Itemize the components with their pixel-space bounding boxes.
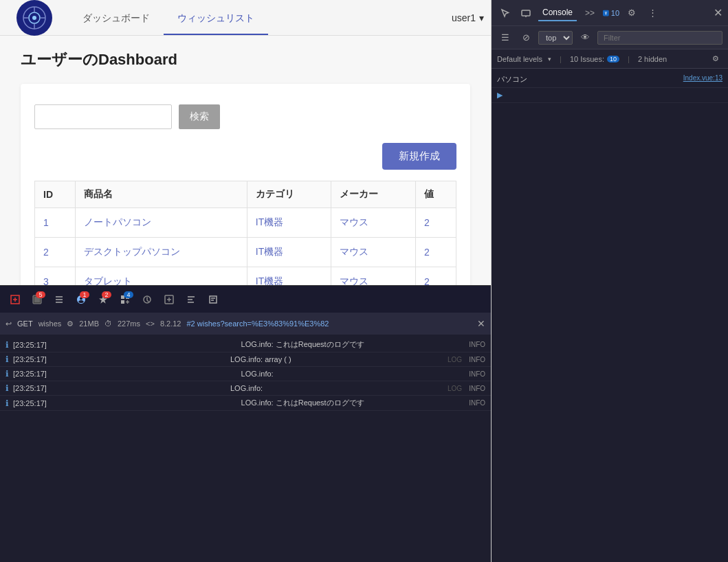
cell-name-0: ノートパソコン	[76, 208, 247, 238]
new-button-row: 新規作成	[34, 143, 456, 170]
req-time-icon: ⏱	[104, 319, 112, 328]
log-message-3: LOG.info:	[230, 384, 443, 392]
nav-bar: ダッシュボード ウィッシュリスト user1 ▾	[0, 0, 491, 36]
req-name: wishes	[38, 319, 62, 328]
issues-count-label: 10 Issues:	[570, 55, 604, 63]
devtools-close-button[interactable]: ✕	[714, 6, 723, 19]
clear-console-icon[interactable]: ⊘	[518, 30, 534, 46]
username-label: user1	[452, 12, 476, 23]
context-selector[interactable]: top	[538, 31, 573, 45]
toolbar-icon-4[interactable]: 2	[93, 290, 113, 309]
devtools-more-icon[interactable]: ⋮	[644, 5, 661, 21]
log-text-3: [23:25:17]	[13, 384, 226, 392]
cell-category-1: IT機器	[247, 238, 331, 267]
close-request-button[interactable]: ✕	[477, 318, 485, 329]
toolbar-icon-9[interactable]	[203, 290, 223, 309]
log-area: ℹ [23:25:17] LOG.info: これはRequestのログです I…	[0, 335, 491, 562]
cell-value-2: 2	[415, 267, 456, 286]
filter-input[interactable]	[597, 31, 723, 45]
tab-wishlist[interactable]: ウィッシュリスト	[164, 0, 268, 35]
default-levels-label: Default levels	[497, 55, 542, 63]
table-row[interactable]: 1ノートパソコンIT機器マウス2	[35, 208, 456, 238]
req-arrow-icon: ↩	[5, 319, 12, 328]
issues-tab[interactable]: 10	[603, 5, 619, 21]
cell-value-1: 2	[415, 238, 456, 267]
col-header-maker: メーカー	[331, 181, 416, 208]
table-row[interactable]: 2デスクトップパソコンIT機器マウス2	[35, 238, 456, 267]
browser-area: ダッシュボード ウィッシュリスト user1 ▾ ユーザーのDashboard …	[0, 0, 492, 562]
console-file-0[interactable]: Index.vue:13	[683, 74, 723, 82]
devtools-panel: Console >> 10 ⚙ ⋮ ✕ ☰ ⊘ top 👁 Default le…	[492, 0, 728, 562]
devtools-settings-icon[interactable]: ⚙	[624, 5, 640, 21]
table-scroll-wrapper: ID 商品名 カテゴリ メーカー 値 1ノートパソコンIT機器マウス22デスクト…	[34, 181, 456, 285]
search-input[interactable]	[34, 104, 172, 129]
toolbar-icon-6[interactable]	[137, 290, 157, 309]
log-text-4: [23:25:17]	[13, 399, 237, 407]
console-settings-icon[interactable]: ⚙	[709, 52, 723, 66]
info-icon-0: ℹ	[5, 340, 9, 350]
toolbar-badge-1: 5	[36, 291, 45, 298]
sidebar-toggle-icon[interactable]: ☰	[497, 30, 514, 46]
log-entry-1: ℹ [23:25:17] LOG.info: array ( ) LOG INF…	[0, 352, 491, 367]
log-message-0: LOG.info: これはRequestのログです	[241, 339, 465, 350]
devtools-header: Console >> 10 ⚙ ⋮ ✕	[492, 0, 728, 26]
device-emulation-icon[interactable]	[518, 5, 534, 21]
toolbar-badge-3: 1	[80, 291, 89, 298]
log-message-1: LOG.info: array ( )	[230, 355, 443, 363]
log-level-1: INFO	[469, 356, 485, 363]
console-arrow-icon[interactable]: ▶	[497, 91, 503, 100]
search-row: 検索	[34, 104, 456, 129]
toolbar-icon-7[interactable]	[159, 290, 179, 309]
log-message-2: LOG.info:	[241, 370, 465, 378]
tab-console[interactable]: Console	[538, 5, 577, 21]
log-extra-1: LOG	[448, 356, 462, 363]
info-icon-2: ℹ	[5, 369, 9, 379]
toolbar-icon-2[interactable]	[49, 290, 69, 309]
devtools-issues-bar: Default levels ▾ | 10 Issues: 10 | 2 hid…	[492, 49, 728, 69]
eye-icon[interactable]: 👁	[577, 30, 593, 46]
toolbar-icon-5[interactable]: 4	[115, 290, 135, 309]
info-icon-3: ℹ	[5, 383, 9, 393]
col-header-value: 値	[415, 181, 456, 208]
toolbar-icon-1[interactable]: 5	[27, 290, 47, 309]
log-level-0: INFO	[469, 341, 485, 348]
cell-value-0: 2	[415, 208, 456, 238]
log-level-3: INFO	[469, 385, 485, 392]
page-content: ユーザーのDashboard 検索 新規作成 ID 商品名 カテゴリ	[0, 36, 491, 285]
toolbar-icon-8[interactable]	[181, 290, 201, 309]
main-card: 検索 新規作成 ID 商品名 カテゴリ メーカー 値	[21, 84, 470, 285]
table-header: ID 商品名 カテゴリ メーカー 値	[35, 181, 456, 208]
info-icon-4: ℹ	[5, 398, 9, 408]
devtools-console: パソコン Index.vue:13 ▶	[492, 69, 728, 562]
table-row[interactable]: 3タブレットIT機器マウス2	[35, 267, 456, 286]
console-entry-0: パソコン Index.vue:13	[492, 71, 728, 88]
separator-2: |	[628, 55, 630, 63]
svg-rect-11	[121, 300, 124, 304]
hidden-count-label: 2 hidden	[638, 55, 667, 63]
inspect-element-icon[interactable]	[497, 5, 514, 21]
tab-more[interactable]: >>	[581, 5, 599, 21]
info-icon-1: ℹ	[5, 355, 9, 364]
new-create-button[interactable]: 新規作成	[382, 143, 456, 170]
cell-maker-2: マウス	[331, 267, 416, 286]
log-text-0: [23:25:17]	[13, 341, 237, 349]
col-header-category: カテゴリ	[247, 181, 331, 208]
cell-category-2: IT機器	[247, 267, 331, 286]
req-url: #2 wishes?search=%E3%83%91%E3%82	[186, 319, 329, 328]
cell-maker-1: マウス	[331, 238, 416, 267]
search-button[interactable]: 検索	[179, 104, 220, 129]
log-level-2: INFO	[469, 370, 485, 378]
svg-rect-15	[603, 10, 609, 16]
toolbar-icon-3[interactable]: 1	[71, 290, 91, 309]
tab-dashboard[interactable]: ダッシュボード	[69, 0, 164, 35]
console-text-0: パソコン	[497, 74, 527, 85]
toolbar-badge-4: 2	[102, 291, 111, 298]
req-memory: 21MB	[79, 319, 99, 328]
logo-icon	[16, 0, 52, 36]
toolbar-badge-5: 4	[124, 291, 133, 298]
page-title: ユーザーのDashboard	[21, 49, 470, 70]
toolbar-icon-0[interactable]	[5, 290, 25, 309]
devtools-toolbar: ☰ ⊘ top 👁	[492, 26, 728, 49]
log-entry-0: ℹ [23:25:17] LOG.info: これはRequestのログです I…	[0, 337, 491, 352]
user-menu[interactable]: user1 ▾	[452, 12, 484, 23]
